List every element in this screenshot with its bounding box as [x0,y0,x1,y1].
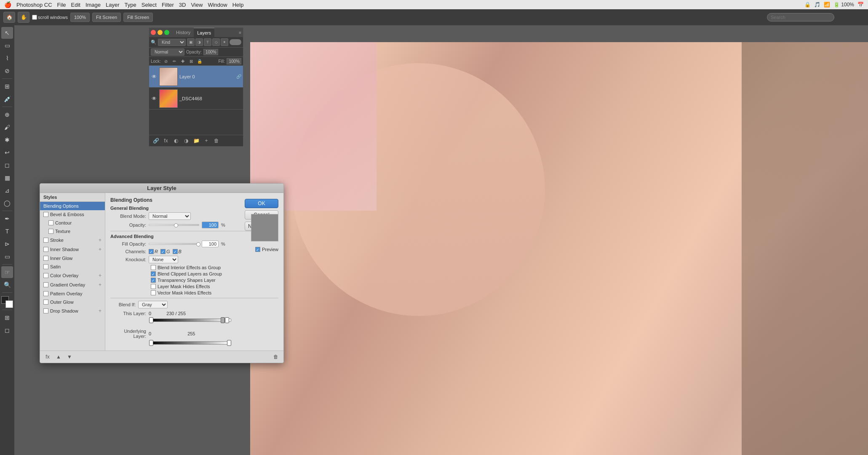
style-inner-shadow-add-icon[interactable]: + [99,246,101,252]
style-drop-shadow-add-icon[interactable]: + [99,308,101,314]
lock-artboard-icon[interactable]: ⊠ [188,58,195,64]
filter-smart-icon[interactable]: ✦ [221,38,228,46]
style-gradient-overlay-checkbox[interactable] [43,282,48,287]
vector-mask-checkbox[interactable] [151,290,156,295]
quick-select-tool[interactable]: ⊘ [1,65,13,77]
dodge-tool[interactable]: ◯ [1,197,13,209]
layer-item-1[interactable]: 👁 _DSC4468 [149,88,243,110]
layer-mask-button[interactable]: ◐ [172,136,180,145]
filter-pixel-icon[interactable]: ▣ [187,38,195,46]
layer-group-button[interactable]: 📁 [192,136,200,145]
menu-select[interactable]: Select [142,2,157,8]
screen-mode-tool[interactable]: ◻ [1,324,13,336]
opacity-dialog-input[interactable] [202,222,219,228]
blur-tool[interactable]: ⊿ [1,185,13,196]
filter-adjust-icon[interactable]: ◑ [195,38,203,46]
home-button[interactable]: 🏠 [3,12,15,23]
layer-kind-select[interactable]: Kind [158,39,186,46]
hand-tool[interactable]: ☞ [1,266,13,278]
layer-link-button[interactable]: 🔗 [152,136,160,145]
style-inner-glow[interactable]: Inner Glow [40,254,105,262]
tool-options-button[interactable]: ✋ [18,12,29,23]
layer-adjustment-button[interactable]: ◑ [182,136,190,145]
fill-opacity-slider[interactable] [149,243,199,245]
lock-position-icon[interactable]: ✚ [179,58,186,64]
style-blending-options[interactable]: Blending Options [40,202,105,210]
opacity-input[interactable] [203,49,218,55]
menu-help[interactable]: Help [232,2,244,8]
fill-opacity-thumb[interactable] [196,242,200,246]
zoom-percent-button[interactable]: 100% [70,13,90,22]
channel-r-checkbox[interactable] [149,249,154,254]
menu-view[interactable]: View [191,2,203,8]
menu-window[interactable]: Window [208,2,227,8]
lasso-tool[interactable]: ⌇ [1,52,13,64]
style-stroke[interactable]: Stroke + [40,236,105,245]
underlying-handle-right[interactable] [227,340,231,346]
gradient-tool[interactable]: ▦ [1,172,13,184]
opacity-slider[interactable] [149,224,199,226]
layer-new-button[interactable]: + [202,136,211,145]
history-brush-tool[interactable]: ↩ [1,147,13,158]
panel-close-button[interactable] [151,30,156,35]
style-bevel-emboss-checkbox[interactable] [43,212,48,217]
pen-tool[interactable]: ✒ [1,213,13,225]
style-satin[interactable]: Satin [40,262,105,271]
channel-b-checkbox[interactable] [173,249,178,254]
crop-tool[interactable]: ⊞ [1,80,13,92]
color-swatches[interactable] [1,296,13,308]
footer-down-icon[interactable]: ▼ [65,353,74,361]
layer-1-visibility[interactable]: 👁 [151,96,158,102]
style-satin-checkbox[interactable] [43,264,48,269]
layer-mask-checkbox[interactable] [151,284,156,289]
style-drop-shadow[interactable]: Drop Shadow + [40,306,105,316]
style-bevel-emboss[interactable]: Bevel & Emboss [40,210,105,219]
this-layer-handle-right2[interactable] [225,317,229,323]
channel-g-checkbox[interactable] [160,249,166,254]
fill-opacity-input[interactable] [202,241,219,247]
panel-maximize-button[interactable] [164,30,169,35]
layer-filter-toggle[interactable] [230,39,241,45]
brush-tool[interactable]: 🖌 [1,121,13,133]
preview-checkbox[interactable] [255,247,260,252]
menu-filter[interactable]: Filter [162,2,174,8]
panel-minimize-button[interactable] [158,30,163,35]
style-contour[interactable]: Contour [40,219,105,227]
lock-transparent-icon[interactable]: ⊘ [163,58,169,64]
tab-history[interactable]: History [173,28,194,37]
layer-0-link-icon[interactable]: 🔗 [236,74,241,79]
style-color-overlay-checkbox[interactable] [43,273,48,278]
menu-edit[interactable]: Edit [71,2,80,8]
style-outer-glow-checkbox[interactable] [43,300,48,305]
layer-delete-button[interactable]: 🗑 [212,136,221,145]
clone-tool[interactable]: ✱ [1,134,13,146]
style-pattern-overlay-checkbox[interactable] [43,291,48,296]
blend-mode-select[interactable]: Normal [151,48,184,56]
style-color-overlay-add-icon[interactable]: + [99,273,101,278]
filter-shape-icon[interactable]: ◇ [212,38,220,46]
style-texture-checkbox[interactable] [48,229,53,234]
layer-item-0[interactable]: 👁 Layer 0 🔗 [149,66,243,88]
style-gradient-overlay-add-icon[interactable]: + [99,282,101,288]
style-outer-glow[interactable]: Outer Glow [40,298,105,306]
type-tool[interactable]: T [1,225,13,237]
style-contour-checkbox[interactable] [48,220,53,225]
zoom-tool[interactable]: 🔍 [1,279,13,291]
scroll-windows-checkbox[interactable] [32,15,37,20]
style-stroke-add-icon[interactable]: + [99,237,101,243]
footer-up-icon[interactable]: ▲ [54,353,63,361]
menu-3d[interactable]: 3D [179,2,186,8]
background-color[interactable] [5,300,13,308]
menu-layer[interactable]: Layer [106,2,120,8]
ok-button[interactable]: OK [245,199,278,208]
footer-delete-icon[interactable]: 🗑 [272,353,280,361]
eraser-tool[interactable]: ◻ [1,159,13,171]
filter-type-icon[interactable]: T [204,38,211,46]
tab-layers[interactable]: Layers [194,28,214,37]
knockout-select[interactable]: None [149,256,178,263]
fill-screen-button[interactable]: Fill Screen [123,13,153,22]
blend-interior-checkbox[interactable] [151,265,156,270]
rectangle-select-tool[interactable]: ▭ [1,40,13,51]
style-texture[interactable]: Texture [40,227,105,236]
layer-fx-button[interactable]: fx [162,136,170,145]
